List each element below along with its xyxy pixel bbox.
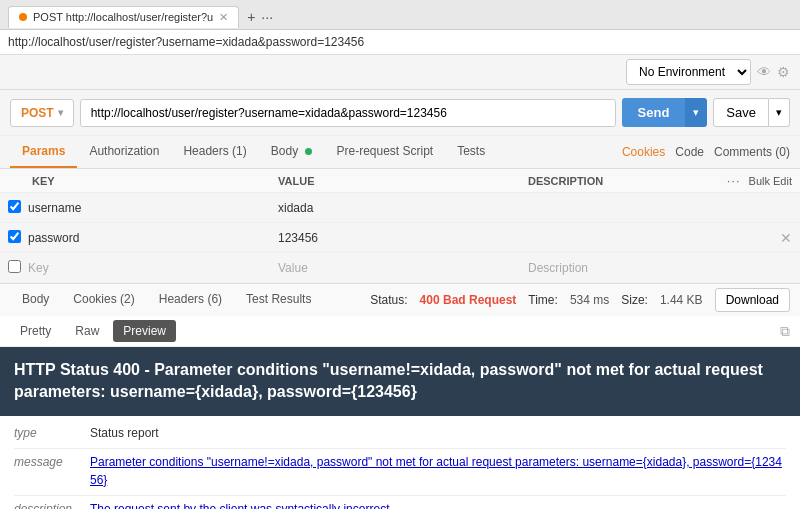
tab-params[interactable]: Params [10, 136, 77, 168]
res-view-tab-raw[interactable]: Raw [65, 320, 109, 342]
save-button[interactable]: Save [713, 98, 769, 127]
cookies-link[interactable]: Cookies [622, 145, 665, 159]
param-value-password[interactable]: 123456 [278, 231, 528, 245]
http-status-header: HTTP Status 400 - Parameter conditions "… [0, 347, 800, 416]
req-tab-right: Cookies Code Comments (0) [622, 145, 790, 159]
tab-body[interactable]: Body [259, 136, 325, 168]
close-icon[interactable]: ✕ [219, 11, 228, 24]
res-view-tab-preview[interactable]: Preview [113, 320, 176, 342]
message-row: message Parameter conditions "username!=… [14, 453, 786, 489]
url-bar-row: POST ▾ Send ▾ Save ▾ [0, 90, 800, 136]
status-value: 400 Bad Request [420, 293, 517, 307]
param-checkbox-new[interactable] [8, 260, 28, 276]
size-label: Size: [621, 293, 648, 307]
tab-actions: + ··· [247, 9, 273, 25]
col-desc-header: DESCRIPTION [528, 175, 727, 187]
param-key-password[interactable]: password [28, 231, 278, 245]
type-row: type Status report [14, 424, 786, 442]
browser-tab-bar: POST http://localhost/user/register?u ✕ … [0, 0, 800, 30]
body-dot [305, 148, 312, 155]
res-tab-headers[interactable]: Headers (6) [147, 284, 234, 316]
param-key-new[interactable]: Key [28, 261, 278, 275]
description-row: description The request sent by the clie… [14, 500, 786, 509]
col-value-header: VALUE [278, 175, 528, 187]
param-checkbox-username[interactable] [8, 200, 28, 216]
param-new-row: Key Value Description [0, 253, 800, 283]
active-tab[interactable]: POST http://localhost/user/register?u ✕ [8, 6, 239, 28]
params-header-actions: ··· Bulk Edit [727, 173, 792, 188]
code-link[interactable]: Code [675, 145, 704, 159]
bulk-edit-button[interactable]: Bulk Edit [749, 175, 792, 187]
response-tabs-bar: Body Cookies (2) Headers (6) Test Result… [0, 283, 800, 316]
message-label: message [14, 453, 84, 489]
divider-2 [14, 495, 786, 496]
url-input[interactable] [80, 99, 616, 127]
param-row-password: password 123456 ✕ [0, 223, 800, 253]
new-tab-button[interactable]: + [247, 9, 255, 25]
params-table-header: KEY VALUE DESCRIPTION ··· Bulk Edit [0, 169, 800, 193]
size-value: 1.44 KB [660, 293, 703, 307]
divider-1 [14, 448, 786, 449]
response-status-area: Status: 400 Bad Request Time: 534 ms Siz… [370, 288, 790, 312]
request-tabs: Params Authorization Headers (1) Body Pr… [0, 136, 800, 169]
method-label: POST [21, 106, 54, 120]
tab-tests[interactable]: Tests [445, 136, 497, 168]
param-value-username[interactable]: xidada [278, 201, 528, 215]
environment-select[interactable]: No Environment [626, 59, 751, 85]
address-url: http://localhost/user/register?username=… [8, 35, 792, 49]
res-tab-cookies[interactable]: Cookies (2) [61, 284, 146, 316]
time-label: Time: [528, 293, 558, 307]
description-label: description [14, 500, 84, 509]
comments-link[interactable]: Comments (0) [714, 145, 790, 159]
status-label: Status: [370, 293, 407, 307]
tab-headers[interactable]: Headers (1) [171, 136, 258, 168]
tab-pre-request-script[interactable]: Pre-request Script [324, 136, 445, 168]
tab-label: POST http://localhost/user/register?u [33, 11, 213, 23]
time-value: 534 ms [570, 293, 609, 307]
param-key-username[interactable]: username [28, 201, 278, 215]
delete-param-icon[interactable]: ✕ [780, 230, 792, 246]
type-label: type [14, 424, 84, 442]
param-row-username: username xidada [0, 193, 800, 223]
description-value: The request sent by the client was synta… [90, 500, 393, 509]
res-view-tab-pretty[interactable]: Pretty [10, 320, 61, 342]
param-checkbox-password[interactable] [8, 230, 28, 246]
response-content: HTTP Status 400 - Parameter conditions "… [0, 347, 800, 509]
send-button[interactable]: Send [622, 98, 686, 127]
settings-icon[interactable]: ⚙ [777, 64, 790, 80]
eye-icon[interactable]: 👁 [757, 64, 771, 80]
tab-dot [19, 13, 27, 21]
col-key-header: KEY [8, 175, 278, 187]
save-button-group: Save ▾ [713, 98, 790, 127]
send-button-group: Send ▾ [622, 98, 708, 127]
address-bar: http://localhost/user/register?username=… [0, 30, 800, 55]
top-bar: No Environment 👁 ⚙ [0, 55, 800, 90]
res-tab-body[interactable]: Body [10, 284, 61, 316]
copy-icon[interactable]: ⧉ [780, 323, 790, 340]
save-dropdown-button[interactable]: ▾ [769, 98, 790, 127]
res-view-tab-group: Pretty Raw Preview [10, 320, 176, 342]
send-dropdown-button[interactable]: ▾ [685, 98, 707, 127]
type-value: Status report [90, 424, 159, 442]
method-dropdown[interactable]: POST ▾ [10, 99, 74, 127]
param-value-new[interactable]: Value [278, 261, 528, 275]
param-desc-new: Description [528, 261, 792, 275]
tab-authorization[interactable]: Authorization [77, 136, 171, 168]
more-tabs-button[interactable]: ··· [261, 9, 273, 25]
response-view-tabs: Pretty Raw Preview ⧉ [0, 316, 800, 347]
res-tab-test-results[interactable]: Test Results [234, 284, 323, 316]
method-chevron-icon: ▾ [58, 107, 63, 118]
three-dots-icon[interactable]: ··· [727, 173, 741, 188]
download-button[interactable]: Download [715, 288, 790, 312]
report-table: type Status report message Parameter con… [0, 416, 800, 509]
message-value: Parameter conditions "username!=xidada, … [90, 453, 786, 489]
